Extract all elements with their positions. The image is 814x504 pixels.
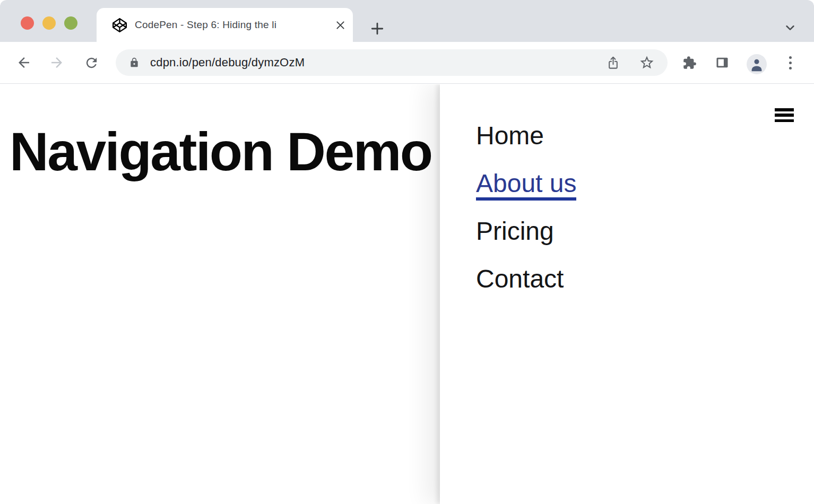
nav-link-home[interactable]: Home xyxy=(476,121,544,150)
browser-tab[interactable]: CodePen - Step 6: Hiding the li xyxy=(97,8,353,42)
nav-link-contact[interactable]: Contact xyxy=(476,265,564,293)
browser-window: CodePen - Step 6: Hiding the li xyxy=(0,0,814,504)
minimize-window-button[interactable] xyxy=(42,16,56,30)
side-panel-icon[interactable] xyxy=(714,50,730,75)
nav-link-about-us[interactable]: About us xyxy=(476,169,576,201)
new-tab-button[interactable] xyxy=(369,20,386,37)
browser-menu-kebab-icon[interactable] xyxy=(783,50,797,75)
url-text[interactable]: cdpn.io/pen/debug/dymzOzM xyxy=(150,56,605,69)
extensions-puzzle-icon[interactable] xyxy=(681,50,697,75)
url-bar[interactable]: cdpn.io/pen/debug/dymzOzM xyxy=(116,49,668,76)
bookmark-star-icon[interactable] xyxy=(639,55,655,71)
tab-search-chevron-down-icon[interactable] xyxy=(784,21,796,34)
lock-icon[interactable] xyxy=(129,57,140,68)
traffic-lights xyxy=(21,16,77,30)
browser-toolbar: cdpn.io/pen/debug/dymzOzM xyxy=(0,42,814,84)
close-window-button[interactable] xyxy=(21,16,34,30)
hamburger-menu-button[interactable] xyxy=(775,108,794,122)
nav-item-pricing: Pricing xyxy=(476,219,576,244)
tab-title-fade xyxy=(300,18,334,32)
tab-strip: CodePen - Step 6: Hiding the li xyxy=(0,0,814,42)
tab-title: CodePen - Step 6: Hiding the li xyxy=(135,18,334,32)
close-tab-icon[interactable] xyxy=(334,19,347,31)
nav-item-about-us: About us xyxy=(476,171,576,196)
nav-link-pricing[interactable]: Pricing xyxy=(476,217,554,245)
reload-button[interactable] xyxy=(83,50,99,75)
zoom-window-button[interactable] xyxy=(64,16,77,30)
slide-in-nav-panel: Home About us Pricing Contact xyxy=(440,84,814,504)
back-button[interactable] xyxy=(16,50,32,75)
codepen-icon xyxy=(112,18,127,32)
forward-button[interactable] xyxy=(49,50,65,75)
page-viewport: Navigation Demo Home About us Pricing xyxy=(0,84,814,504)
nav-item-contact: Contact xyxy=(476,266,576,292)
profile-avatar[interactable] xyxy=(747,54,767,74)
page-title: Navigation Demo xyxy=(10,125,432,179)
nav-item-home: Home xyxy=(476,123,576,149)
share-icon[interactable] xyxy=(605,55,621,71)
